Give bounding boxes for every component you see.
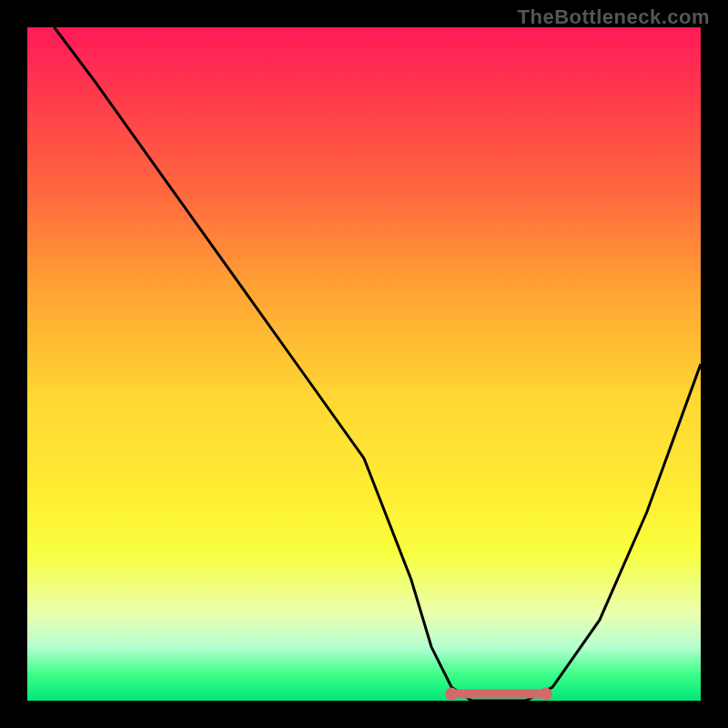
marker-flat-start xyxy=(445,688,458,701)
watermark-text: TheBottleneck.com xyxy=(518,5,710,29)
bottleneck-curve xyxy=(55,27,701,701)
plot-area xyxy=(27,27,701,701)
chart-frame: TheBottleneck.com xyxy=(0,0,728,728)
curve-svg xyxy=(27,27,701,701)
marker-flat-end xyxy=(540,688,552,701)
